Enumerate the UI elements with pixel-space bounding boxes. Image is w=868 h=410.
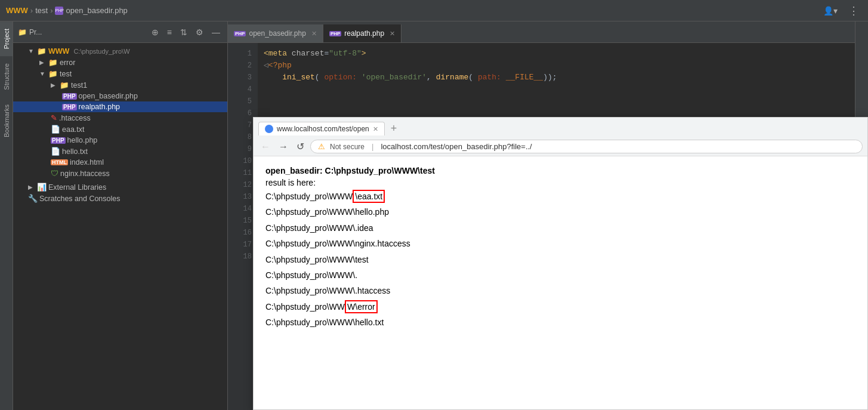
tree-item-external-libs[interactable]: ▶ 📊 External Libraries (13, 181, 227, 193)
php-icon-open-basedir: PHP (62, 93, 77, 100)
security-warning-icon: ⚠ (318, 142, 325, 151)
folder-icon-test1: 📁 (60, 81, 69, 90)
tab-open-basedir[interactable]: PHP open_basedir.php ✕ (228, 24, 323, 42)
account-icon[interactable]: 👤▾ (820, 5, 841, 17)
tree-item-hello-php[interactable]: PHP hello.php (13, 135, 227, 146)
browser-subtitle: result is here: (265, 178, 855, 187)
result-line-8: C:\phpstudy_pro\WWW\error (265, 300, 855, 313)
result-line-5: C:\phpstudy_pro\WWW\test (265, 253, 855, 266)
settings-gear-icon[interactable]: ⚙ (193, 26, 206, 38)
project-panel: 📁 Pr... ⊕ ≡ ⇅ ⚙ — ▼ 📁 WWW C:\phpstudy_pr… (13, 21, 228, 410)
folder-icon-www: 📁 (37, 47, 47, 56)
expand-arrow-error: ▶ (39, 59, 47, 66)
browser-overlay: www.localhost.com/test/open ✕ + ← → ↺ ⚠ … (253, 117, 868, 410)
result-line-6: C:\phpstudy_pro\WWW\. (265, 269, 855, 282)
breadcrumb-test[interactable]: test (35, 6, 48, 15)
code-line-1: <meta charset="utf-8"> (264, 48, 855, 60)
tree-item-hello-txt[interactable]: 📄 hello.txt (13, 146, 227, 157)
new-tab-button[interactable]: + (386, 120, 402, 137)
expand-arrow-ext: ▶ (28, 184, 35, 190)
file-tree: ▼ 📁 WWW C:\phpstudy_pro\W ▶ 📁 error (13, 43, 227, 410)
browser-chrome: www.localhost.com/test/open ✕ + ← → ↺ ⚠ … (254, 118, 867, 156)
code-line-2: ◁<?php (264, 60, 855, 72)
highlight-eaa: \eaa.txt (353, 190, 385, 203)
tab-bar: PHP open_basedir.php ✕ PHP realpath.php … (228, 21, 855, 43)
project-folder-icon: 📁 (18, 28, 27, 36)
result-line-9: C:\phpstudy_pro\WWW\hello.txt (265, 316, 855, 329)
vtab-bookmarks[interactable]: Bookmarks (0, 97, 13, 144)
tree-item-open-basedir[interactable]: PHP open_basedir.php (13, 91, 227, 101)
folder-icon-error: 📁 (48, 58, 58, 67)
browser-title: open_basedir: C:\phpstudy_pro\WWW\test (265, 166, 855, 175)
folder-icon-test: 📁 (48, 69, 58, 78)
tree-item-scratches[interactable]: 🔧 Scratches and Consoles (13, 193, 227, 204)
htaccess-icon: ✎ (51, 113, 57, 122)
browser-content: open_basedir: C:\phpstudy_pro\WWW\test r… (254, 156, 867, 409)
php-file-icon: PHP (55, 7, 63, 15)
result-line-2: C:\phpstudy_pro\WWW\hello.php (265, 205, 855, 218)
expand-arrow-test1: ▶ (51, 82, 58, 88)
php-tab-icon-1: PHP (234, 31, 246, 36)
address-bar[interactable]: ⚠ Not secure | localhost.com/test/open_b… (310, 140, 863, 153)
project-panel-title: 📁 Pr... (18, 28, 42, 36)
breadcrumb-file[interactable]: open_basedir.php (66, 6, 127, 15)
tree-item-htaccess[interactable]: ✎ .htaccess (13, 112, 227, 124)
collapse-all-icon[interactable]: ≡ (165, 26, 174, 38)
result-line-4: C:\phpstudy_pro\WWW\nginx.htaccess (265, 237, 855, 250)
refresh-button[interactable]: ↺ (294, 140, 307, 153)
result-line-7: C:\phpstudy_pro\WWW\.htaccess (265, 284, 855, 297)
tree-item-test1[interactable]: ▶ 📁 test1 (13, 79, 227, 91)
left-vtab-bar: Project Structure Bookmarks (0, 21, 13, 410)
address-url: localhost.com/test/open_basedir.php?file… (381, 142, 532, 151)
settings-icon[interactable]: ⋮ (845, 3, 862, 19)
tab-realpath[interactable]: PHP realpath.php ✕ (323, 24, 401, 42)
php-tab-icon-2: PHP (329, 31, 341, 36)
code-line-4 (264, 84, 855, 95)
php-icon-realpath: PHP (62, 104, 77, 110)
external-libs-icon: 📊 (37, 183, 47, 192)
tree-item-error[interactable]: ▶ 📁 error (13, 57, 227, 68)
php-icon-hello: PHP (51, 137, 66, 144)
minimize-icon[interactable]: — (209, 26, 223, 38)
result-line-3: C:\phpstudy_pro\WWW\.idea (265, 221, 855, 235)
tree-item-test[interactable]: ▼ 📁 test (13, 68, 227, 79)
expand-arrow: ▼ (28, 48, 35, 54)
txt-icon-eaa: 📄 (51, 125, 60, 134)
result-line-1: C:\phpstudy_pro\WWW\eaa.txt (265, 190, 855, 203)
nginx-icon: 🛡 (51, 169, 58, 178)
code-line-5 (264, 95, 855, 107)
browser-nav: ← → ↺ ⚠ Not secure | localhost.com/test/… (254, 137, 867, 156)
top-bar-actions: 👤▾ ⋮ (820, 3, 862, 19)
favicon (265, 125, 273, 133)
highlight-error: W\error (345, 300, 378, 313)
tab-close-1[interactable]: ✕ (311, 30, 317, 38)
breadcrumb-www[interactable]: WWW (6, 6, 28, 15)
sync-icon[interactable]: ⊕ (149, 26, 161, 38)
back-button[interactable]: ← (258, 140, 273, 153)
vtab-project[interactable]: Project (0, 21, 13, 56)
html-icon-index: HTML (51, 159, 68, 165)
top-breadcrumb-bar: WWW › test › PHP open_basedir.php 👤▾ ⋮ (0, 0, 868, 21)
tree-item-nginx-htaccess[interactable]: 🛡 nginx.htaccess (13, 168, 227, 179)
vtab-structure[interactable]: Structure (0, 56, 13, 97)
txt-icon-hello: 📄 (51, 147, 60, 156)
browser-tabs: www.localhost.com/test/open ✕ + (254, 118, 867, 137)
expand-icon[interactable]: ⇅ (178, 26, 190, 38)
code-line-3: ini_set( option: 'open_basedir', dirname… (264, 72, 855, 84)
scratches-icon: 🔧 (28, 194, 38, 203)
browser-tab-close[interactable]: ✕ (373, 125, 378, 133)
tree-item-eaa-txt[interactable]: 📄 eaa.txt (13, 124, 227, 135)
tree-item-index-html[interactable]: HTML index.html (13, 157, 227, 168)
tab-close-2[interactable]: ✕ (390, 30, 395, 38)
breadcrumb: WWW › test › PHP open_basedir.php (6, 6, 128, 15)
tree-item-realpath[interactable]: PHP realpath.php (13, 101, 227, 112)
project-toolbar: 📁 Pr... ⊕ ≡ ⇅ ⚙ — (13, 21, 227, 43)
tree-item-www[interactable]: ▼ 📁 WWW C:\phpstudy_pro\W (13, 45, 227, 57)
forward-button[interactable]: → (276, 140, 291, 153)
browser-tab-active[interactable]: www.localhost.com/test/open ✕ (258, 122, 385, 135)
expand-arrow-test: ▼ (39, 70, 47, 77)
